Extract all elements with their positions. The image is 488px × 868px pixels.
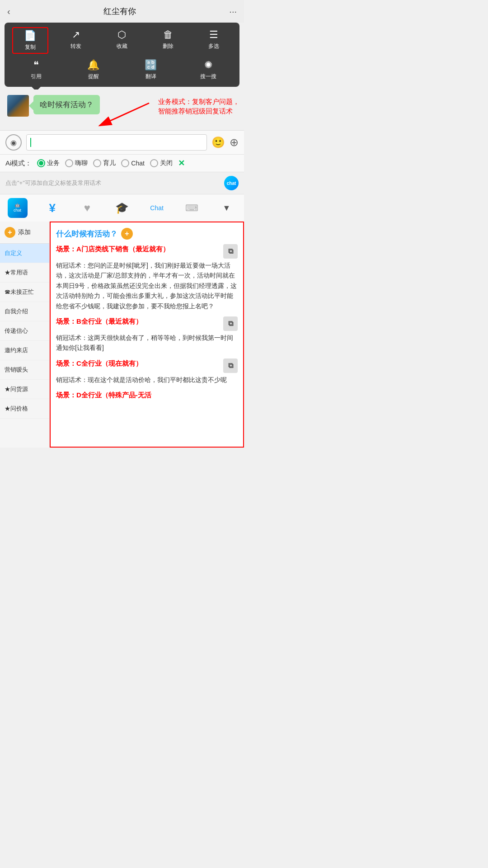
hint-text: 点击"+"可添加自定义标签及常用话术 (5, 179, 101, 187)
sidebar-item-common[interactable]: ★常用语 (0, 263, 49, 283)
add-scenario-button[interactable]: + (121, 228, 133, 240)
hint-bar: 点击"+"可添加自定义标签及常用话术 chat (0, 172, 244, 194)
page-title: 红尘有你 (103, 6, 136, 17)
sidebar-item-invite[interactable]: 邀约来店 (0, 341, 49, 360)
add-button[interactable]: ⊕ (230, 136, 239, 149)
scenario-d-title-text: 场景：D全行业（特殊产品-无活 (56, 390, 151, 401)
chat-area: 啥时候有活动？ 业务模式：复制客户问题，智能推荐销冠级回复话术 (0, 90, 244, 130)
ai-mode-label: Ai模式： (5, 159, 32, 168)
quote-icon: ❝ (33, 59, 39, 71)
radio-haichat-label: 嗨聊 (75, 159, 88, 167)
chat-badge-label: chat (227, 181, 236, 186)
radio-haichat-circle (65, 159, 73, 167)
menu-delete[interactable]: 🗑 删除 (150, 27, 186, 54)
sidebar-item-common-label: ★常用语 (5, 269, 28, 276)
menu-collect[interactable]: ⬡ 收藏 (104, 27, 140, 54)
heart-icon: ♥ (84, 202, 90, 214)
menu-search[interactable]: ✺ 搜一搜 (190, 57, 226, 82)
search-icon: ✺ (204, 59, 212, 71)
sidebar-item-confidence-label: 传递信心 (5, 327, 28, 334)
input-area: ◉ 🙂 ⊕ (0, 130, 244, 154)
emoji-button[interactable]: 🙂 (211, 136, 225, 149)
forward-icon: ↗ (72, 29, 80, 41)
toolbar-chat-text[interactable]: Chat (145, 198, 168, 218)
sidebar-item-stock[interactable]: ★问货源 (0, 380, 49, 399)
sidebar-item-confidence[interactable]: 传递信心 (0, 321, 49, 341)
menu-multiselect[interactable]: ☰ 多选 (196, 27, 232, 54)
add-label: 添加 (18, 228, 31, 236)
question-title: 什么时候有活动？ (56, 229, 117, 239)
copy-scenario-b-button[interactable]: ⧉ (223, 316, 238, 331)
scenario-a-title-text: 场景：A门店类线下销售（最近就有） (56, 244, 169, 255)
toolbar-heart[interactable]: ♥ (76, 198, 99, 218)
radio-business-label: 业务 (47, 159, 60, 167)
scenario-a-title: 场景：A门店类线下销售（最近就有） ⧉ (56, 244, 238, 259)
toolbar-robot[interactable]: 🤖chat (6, 198, 29, 218)
sidebar-item-intro-label: 自我介绍 (5, 308, 28, 315)
close-button[interactable]: ✕ (178, 158, 185, 168)
toolbar-yen[interactable]: ¥ (41, 198, 64, 218)
scenario-d-block: 场景：D全行业（特殊产品-无活 (56, 390, 238, 401)
menu-forward[interactable]: ↗ 转发 (58, 27, 94, 54)
sidebar-item-marketing[interactable]: 营销嗳头 (0, 360, 49, 380)
mode-off[interactable]: 关闭 (150, 159, 173, 167)
menu-search-label: 搜一搜 (200, 73, 216, 80)
radio-chat-circle (121, 159, 129, 167)
collect-icon: ⬡ (117, 29, 126, 41)
copy-scenario-a-button[interactable]: ⧉ (223, 244, 238, 259)
radio-chat-label: Chat (131, 160, 145, 167)
scenario-d-title: 场景：D全行业（特殊产品-无活 (56, 390, 238, 401)
scenario-c-content: 销冠话术：现在这个就是活动价哈，我们平时都比这贵不少呢 (56, 375, 238, 385)
menu-remind[interactable]: 🔔 提醒 (75, 57, 112, 82)
sidebar-item-price[interactable]: ★问价格 (0, 399, 49, 419)
toolbar-graduation-hat[interactable]: 🎓 (111, 198, 133, 218)
sidebar-item-intro[interactable]: 自我介绍 (0, 302, 49, 321)
robot-icon: 🤖chat (8, 198, 28, 218)
menu-copy[interactable]: 📄 复制 (12, 27, 48, 54)
sidebar-item-invite-label: 邀约来店 (5, 347, 28, 354)
voice-button[interactable]: ◉ (5, 134, 22, 151)
menu-translate[interactable]: 🔡 翻译 (133, 57, 169, 82)
mode-chat[interactable]: Chat (121, 159, 145, 167)
chat-badge[interactable]: chat (224, 176, 239, 190)
main-content: + 添加 自定义 ★常用语 ☎未接正忙 自我介绍 传递信心 邀约来店 营销嗳头 … (0, 222, 244, 448)
message-bubble: 啥时候有活动？ (33, 95, 100, 114)
mode-business[interactable]: 业务 (37, 159, 60, 167)
toolbar-keyboard[interactable]: ⌨ (180, 198, 203, 218)
scenario-b-title-text: 场景：B全行业（最近就有） (56, 316, 142, 327)
avatar-image (7, 95, 29, 117)
sidebar-item-marketing-label: 营销嗳头 (5, 366, 28, 373)
text-input-container[interactable] (26, 134, 207, 151)
sidebar-add-button[interactable]: + 添加 (0, 222, 49, 244)
sidebar-item-missed[interactable]: ☎未接正忙 (0, 283, 49, 302)
question-header: 什么时候有活动？ + (56, 228, 238, 240)
scenario-c-title: 场景：C全行业（现在就有） ⧉ (56, 359, 238, 373)
more-button[interactable]: ··· (229, 6, 237, 17)
sidebar-item-custom-label: 自定义 (5, 250, 22, 256)
scenario-a-content: 销冠话术：您问的正是时候[呲牙]，我们刚好最近要做一场大活动，这次活动是厂家/总… (56, 260, 238, 311)
toolbar: 🤖chat ¥ ♥ 🎓 Chat ⌨ ▼ (0, 194, 244, 222)
mode-parenting[interactable]: 育儿 (93, 159, 116, 167)
scenario-b-block: 场景：B全行业（最近就有） ⧉ 销冠话术：这两天很快就会有了，稍等等哈，到时候我… (56, 316, 238, 353)
scenario-b-title: 场景：B全行业（最近就有） ⧉ (56, 316, 238, 331)
sidebar-item-missed-label: ☎未接正忙 (5, 288, 34, 295)
back-button[interactable]: ‹ (7, 6, 10, 17)
scenario-a-block: 场景：A门店类线下销售（最近就有） ⧉ 销冠话术：您问的正是时候[呲牙]，我们刚… (56, 244, 238, 311)
delete-icon: 🗑 (163, 29, 173, 41)
ai-mode-bar: Ai模式： 业务 嗨聊 育儿 Chat 关闭 ✕ (0, 154, 244, 172)
sidebar-item-price-label: ★问价格 (5, 405, 28, 412)
dropdown-arrow-icon: ▼ (222, 203, 230, 213)
toolbar-dropdown[interactable]: ▼ (215, 198, 238, 218)
mode-haichat[interactable]: 嗨聊 (65, 159, 88, 167)
menu-multiselect-label: 多选 (208, 42, 219, 50)
keyboard-icon: ⌨ (185, 203, 198, 213)
robot-label: 🤖chat (14, 203, 21, 213)
context-menu: 📄 复制 ↗ 转发 ⬡ 收藏 🗑 删除 ☰ 多选 ❝ 引用 🔔 提醒 🔡 (5, 23, 239, 87)
menu-quote[interactable]: ❝ 引用 (18, 57, 54, 82)
copy-scenario-c-button[interactable]: ⧉ (223, 359, 238, 373)
voice-icon: ◉ (10, 138, 17, 147)
annotation-text: 业务模式：复制客户问题，智能推荐销冠级回复话术 (158, 97, 239, 116)
radio-off-label: 关闭 (160, 159, 173, 167)
sidebar-item-custom[interactable]: 自定义 (0, 244, 49, 263)
menu-collect-label: 收藏 (117, 42, 127, 50)
